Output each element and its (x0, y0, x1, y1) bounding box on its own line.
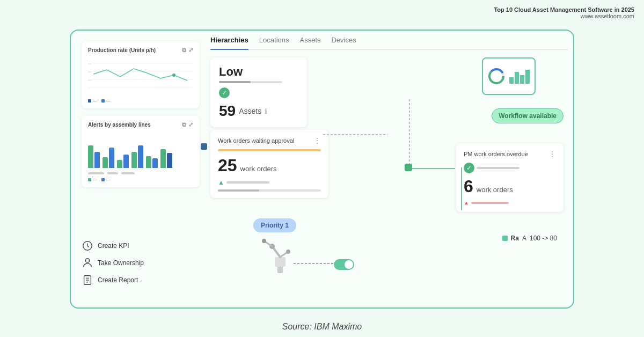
axis-bar-1 (88, 172, 104, 174)
work-orders-menu[interactable]: ⋮ (313, 136, 321, 145)
asset-code: Ra (511, 235, 519, 242)
alerts-chart-title: Alerts by assembly lines ⧉ ⤢ (88, 121, 193, 128)
axis-bar-3 (121, 172, 135, 174)
pm-card-menu[interactable]: ⋮ (548, 150, 556, 158)
wbar-4 (525, 70, 530, 84)
assets-number: 59 (219, 102, 236, 120)
work-orders-card: Work orders waiting approval ⋮ 25 work o… (210, 130, 328, 198)
bar-green-4 (131, 152, 137, 168)
alerts-chart-card: Alerts by assembly lines ⧉ ⤢ (82, 116, 200, 187)
tab-hierarchies[interactable]: Hierarchies (210, 36, 248, 47)
pm-work-orders-card: PM work orders overdue ⋮ ✓ 6 work orders… (456, 143, 564, 212)
pm-check-row: ✓ (464, 163, 556, 173)
work-orders-header: Work orders waiting approval ⋮ (218, 136, 321, 145)
alerts-legend: — — (88, 177, 193, 182)
bar-chart (88, 133, 193, 170)
svg-text:—: — (88, 78, 91, 82)
pm-alert-row: ▲ (464, 200, 556, 206)
priority-badge-container: Priority 1 (253, 218, 296, 232)
copy-icon-2[interactable]: ⧉ (182, 121, 186, 128)
right-area: Hierarchies Locations Assets Devices Low… (210, 36, 568, 58)
robot-arm-area (259, 233, 302, 278)
person-icon (82, 257, 93, 269)
widget-box (482, 57, 536, 95)
connector-sq-blue (201, 143, 207, 150)
wbar-2 (515, 72, 519, 84)
pm-count-row: 6 work orders (464, 177, 556, 196)
bar-group-3 (117, 155, 129, 168)
dotted-connector-2 (412, 167, 455, 170)
toggle-switch[interactable] (334, 259, 354, 270)
priority-badge[interactable]: Priority 1 (253, 218, 296, 232)
wbar-3 (520, 75, 524, 84)
svg-point-28 (286, 250, 290, 254)
check-row: ✓ (219, 87, 298, 98)
arrow-up-icon: ▲ (218, 179, 224, 186)
bar-blue-1 (94, 152, 100, 168)
connector-down (460, 167, 463, 210)
legend-green: — (88, 177, 97, 182)
bar-group-2 (103, 148, 114, 168)
expand-icon-2[interactable]: ⤢ (188, 121, 193, 128)
report-icon (82, 274, 93, 286)
work-orders-count: 25 (218, 156, 237, 175)
alert-triangle-icon: ▲ (464, 200, 469, 206)
toggle-container[interactable] (334, 259, 354, 271)
connector-square (201, 143, 207, 150)
action-create-kpi[interactable]: Create KPI (82, 240, 144, 252)
pm-card-header: PM work orders overdue ⋮ (464, 150, 556, 158)
action-take-ownership[interactable]: Take Ownership (82, 257, 144, 269)
info-icon[interactable]: ℹ (265, 107, 267, 115)
source-text: Source: IBM Maximo (282, 322, 362, 331)
svg-point-4 (172, 74, 175, 77)
line-chart: — — — (88, 58, 193, 96)
green-connector-dot (405, 164, 412, 171)
bottom-progress (218, 189, 321, 192)
svg-point-9 (85, 259, 89, 262)
asset-info-row: Ra A 100 -> 80 (502, 235, 557, 242)
pm-check-circle: ✓ (464, 163, 474, 173)
left-panel: Production rate (Units p/h) ⧉ ⤢ (82, 41, 200, 195)
tab-devices[interactable]: Devices (332, 36, 356, 47)
watermark-title: Top 10 Cloud Asset Management Software i… (494, 6, 634, 13)
copy-icon[interactable]: ⧉ (182, 47, 186, 54)
pm-check-bar (477, 167, 519, 169)
chart-action-icons[interactable]: ⧉ ⤢ (182, 47, 193, 54)
clock-icon (82, 240, 93, 252)
wbar-1 (509, 77, 514, 84)
toggle-knob (345, 260, 353, 269)
bar-green-3 (117, 160, 122, 168)
svg-text:—: — (88, 70, 91, 74)
tab-locations[interactable]: Locations (259, 36, 289, 47)
legend-item-1: — (88, 98, 97, 103)
svg-point-26 (262, 239, 266, 243)
action-create-report[interactable]: Create Report (82, 274, 144, 286)
asset-letter: A (522, 235, 526, 242)
bar-group-1 (88, 145, 100, 168)
expand-icon[interactable]: ⤢ (188, 47, 193, 54)
alerts-chart-icons[interactable]: ⧉ ⤢ (182, 121, 193, 128)
bar-blue-4 (138, 145, 143, 168)
asset-range: 100 -> 80 (530, 235, 557, 242)
assets-label: Assets (239, 107, 261, 115)
hierarchy-progress-fill (219, 81, 251, 83)
bar-darkblue-6 (167, 153, 172, 168)
work-count-row: 25 work orders (218, 156, 321, 175)
widget-pie (488, 68, 505, 85)
bar-green-5 (146, 156, 151, 168)
source-footer: Source: IBM Maximo (0, 322, 644, 332)
bar-group-5 (146, 156, 158, 168)
hierarchy-card: Low ✓ 59 Assets ℹ (210, 57, 307, 127)
robot-arm-svg (259, 233, 302, 276)
tab-assets[interactable]: Assets (299, 36, 320, 47)
bar-group-4 (131, 145, 143, 168)
legend-item-2: — (101, 98, 111, 103)
workflow-badge[interactable]: Workflow available (492, 108, 564, 123)
watermark-url: www.assetloom.com (494, 13, 634, 19)
pm-card-container: PM work orders overdue ⋮ ✓ 6 work orders… (456, 143, 564, 212)
production-legend: — — (88, 98, 193, 103)
axis-bars (88, 172, 193, 174)
dotted-connector-1 (323, 134, 387, 136)
check-circle: ✓ (219, 87, 230, 98)
trend-row: ▲ (218, 179, 321, 186)
